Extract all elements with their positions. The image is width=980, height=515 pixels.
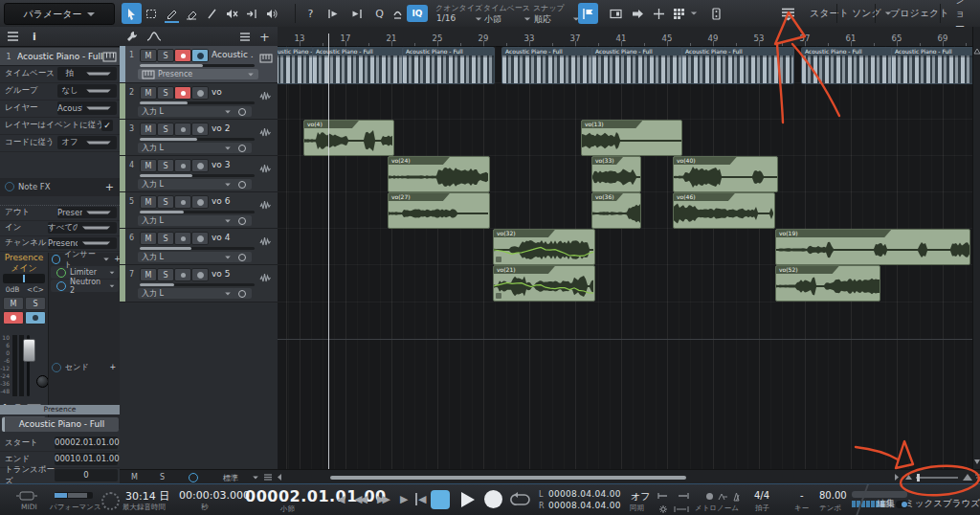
crosshair-icon[interactable] bbox=[649, 3, 669, 24]
track-mute-button[interactable]: M bbox=[140, 195, 157, 209]
grid-settings-icon[interactable] bbox=[669, 3, 689, 24]
click-accent-icon[interactable] bbox=[718, 492, 729, 502]
input-gain-button[interactable] bbox=[233, 252, 252, 262]
track-row-6[interactable]: 6MSvo 4入力 L bbox=[120, 229, 278, 265]
track-mute-button[interactable]: M bbox=[140, 268, 157, 281]
track-name[interactable]: vo 6 bbox=[212, 196, 254, 206]
rewind-button[interactable]: ◀◀ bbox=[354, 493, 365, 505]
stop-button[interactable] bbox=[431, 490, 450, 509]
scroll-right-icon[interactable] bbox=[893, 473, 901, 481]
tempo-value[interactable]: 80.00 bbox=[819, 490, 847, 501]
vertical-scrollbar[interactable] bbox=[972, 27, 980, 469]
track-solo-button[interactable]: S bbox=[157, 195, 174, 209]
arrange-lane-5[interactable]: vo(27)vo(36)vo(46) bbox=[278, 192, 980, 229]
track-row-4[interactable]: 4MSvo 3入力 L bbox=[120, 156, 278, 192]
track-record-button[interactable] bbox=[174, 268, 191, 281]
record-arm-button[interactable] bbox=[3, 311, 24, 325]
help-button[interactable]: ? bbox=[301, 3, 321, 24]
global-mute[interactable]: M bbox=[131, 473, 138, 481]
inspector-row[interactable]: タイムベース拍 bbox=[0, 65, 120, 83]
view-button-2[interactable]: ミックス bbox=[905, 498, 943, 510]
midi-clip[interactable]: Acoustic Piano - Full bbox=[312, 47, 404, 84]
track-record-button[interactable] bbox=[174, 232, 191, 245]
pan-meter[interactable] bbox=[3, 274, 45, 283]
event-info-row[interactable]: トランスポーズ0 bbox=[0, 467, 120, 484]
input-gain-button[interactable] bbox=[233, 179, 252, 190]
track-monitor-button[interactable] bbox=[191, 159, 209, 172]
inspector-row[interactable]: レイヤーAcoustic Pi..l 1 bbox=[0, 100, 120, 118]
arrange-lane-3[interactable]: vo(4)vo(13) bbox=[278, 120, 980, 156]
add-track-button[interactable]: + bbox=[259, 30, 270, 44]
power-icon[interactable] bbox=[5, 182, 14, 191]
parameter-dropdown[interactable]: パラメーター bbox=[4, 3, 115, 25]
track-solo-button[interactable]: S bbox=[157, 123, 174, 136]
paint-tool-button[interactable] bbox=[162, 3, 182, 24]
track-row-2[interactable]: 2MSvo入力 L bbox=[120, 83, 278, 120]
dropdown[interactable]: すべての入力 bbox=[48, 222, 117, 234]
input-selector[interactable]: 入力 L bbox=[138, 288, 235, 299]
volume-db[interactable]: 0dB bbox=[0, 285, 25, 294]
arrange-lane-2[interactable] bbox=[278, 83, 980, 120]
track-volume-bar[interactable] bbox=[140, 138, 255, 141]
record-button[interactable] bbox=[484, 490, 502, 508]
track-name[interactable]: vo 3 bbox=[212, 160, 254, 169]
track-solo-button[interactable]: S bbox=[157, 159, 174, 172]
chevron-down-icon[interactable] bbox=[253, 477, 258, 480]
midi-clip[interactable]: Acoustic Piano - Full bbox=[801, 47, 893, 84]
chevron-down-icon[interactable] bbox=[476, 17, 481, 20]
inspector-row[interactable]: コードに従うオフ bbox=[0, 134, 120, 152]
sync-value[interactable]: オフ bbox=[631, 490, 650, 504]
zoom-in-icon[interactable] bbox=[962, 472, 973, 482]
chevron-down-icon[interactable] bbox=[524, 17, 530, 20]
checkbox-checked[interactable]: ✓ bbox=[101, 120, 113, 131]
time-signature[interactable]: 4/4 bbox=[754, 490, 769, 501]
range-tool-button[interactable] bbox=[142, 3, 162, 24]
loop-right-value[interactable]: 00008.04.04.00 bbox=[548, 501, 621, 510]
view-button-3[interactable]: ブラウズ bbox=[943, 498, 980, 510]
dropdown[interactable]: Presence bbox=[57, 207, 117, 218]
solo-button[interactable]: S bbox=[25, 297, 46, 310]
event-info-row[interactable]: スタート00002.01.01.00 bbox=[0, 435, 120, 452]
dropdown[interactable]: Acoustic Pi..l 1 bbox=[57, 101, 117, 115]
mute-button[interactable]: M bbox=[3, 297, 24, 310]
midi-clip[interactable]: Acoustic Piano - Full bbox=[402, 47, 495, 84]
track-solo-button[interactable]: S bbox=[157, 86, 174, 100]
page-button-4[interactable]: ショー bbox=[946, 0, 980, 27]
dropdown[interactable]: オフ bbox=[57, 136, 117, 149]
follow-arrow-icon[interactable] bbox=[628, 3, 648, 24]
autopunch-icon[interactable] bbox=[677, 492, 690, 500]
timeline-ruler[interactable]: 131721252933374145495357616569 bbox=[278, 27, 980, 47]
loop-button[interactable] bbox=[510, 491, 531, 508]
timebase-select[interactable]: 小節 bbox=[484, 13, 501, 26]
inserts-header[interactable]: インサート + bbox=[49, 253, 121, 265]
track-solo-button[interactable]: S bbox=[157, 49, 174, 62]
input-gain-button[interactable] bbox=[233, 106, 252, 117]
track-size-mode[interactable]: 標準 bbox=[223, 473, 238, 483]
scroll-down-icon[interactable] bbox=[973, 458, 980, 465]
sends-header[interactable]: センド + bbox=[49, 361, 121, 373]
track-name[interactable]: vo bbox=[212, 87, 254, 97]
zoom-slider-track[interactable] bbox=[916, 477, 958, 479]
audio-clip[interactable]: vo(13) bbox=[581, 120, 682, 156]
audio-clip[interactable]: vo(24) bbox=[388, 156, 490, 192]
track-record-button[interactable] bbox=[174, 159, 191, 172]
track-record-button[interactable] bbox=[174, 123, 191, 136]
track-mute-button[interactable]: M bbox=[140, 232, 157, 245]
bus-bar[interactable]: Presence bbox=[0, 405, 120, 414]
track-record-button[interactable] bbox=[174, 49, 191, 62]
return-to-start-button[interactable]: ◀ bbox=[415, 493, 426, 505]
track-mute-button[interactable]: M bbox=[140, 49, 157, 62]
snap-select[interactable]: 順応 bbox=[534, 13, 551, 26]
input-gain-button[interactable] bbox=[233, 143, 252, 153]
track-row-5[interactable]: 5MSvo 6入力 L bbox=[120, 192, 278, 229]
play-button[interactable] bbox=[457, 490, 477, 509]
loop-left-value[interactable]: 00008.04.04.00 bbox=[548, 489, 621, 499]
quantize-button[interactable]: Q bbox=[369, 3, 390, 24]
dropdown[interactable]: なし bbox=[57, 84, 117, 98]
inspector-track-title[interactable]: 1 Acoustic Piano - Full bbox=[0, 48, 120, 66]
io-row[interactable]: アウトPresence bbox=[0, 205, 120, 221]
track-volume-bar[interactable] bbox=[140, 174, 255, 177]
performance-label[interactable]: パフォーマンス bbox=[50, 503, 101, 512]
audio-clip[interactable]: vo(4) bbox=[303, 120, 394, 156]
gear-icon[interactable] bbox=[658, 504, 668, 514]
